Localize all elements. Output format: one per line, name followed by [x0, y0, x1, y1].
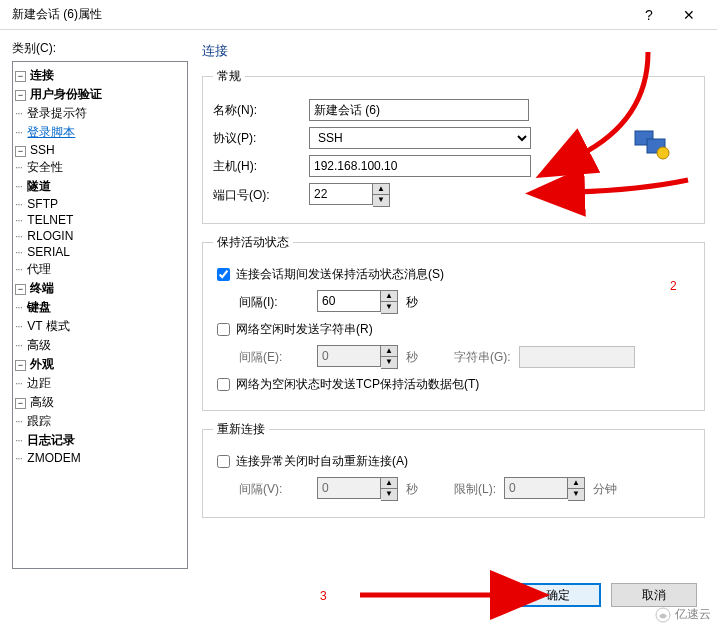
tree-item-label[interactable]: 跟踪 — [25, 413, 53, 430]
tree-leaf-icon: ··· — [15, 300, 22, 314]
limit-label: 限制(L): — [454, 481, 496, 498]
port-input[interactable] — [309, 183, 373, 205]
tree-item[interactable]: ··· 登录提示符 — [15, 104, 185, 123]
tree-item[interactable]: ··· VT 模式 — [15, 317, 185, 336]
tree-item[interactable]: ··· RLOGIN — [15, 228, 185, 244]
host-input[interactable] — [309, 155, 531, 177]
tree-item-label[interactable]: RLOGIN — [25, 229, 75, 243]
tree-item-label[interactable]: 日志记录 — [25, 432, 77, 449]
tree-toggle-icon[interactable]: − — [15, 398, 26, 409]
category-tree[interactable]: −连接−用户身份验证··· 登录提示符··· 登录脚本−SSH··· 安全性··… — [12, 61, 188, 569]
tree-item[interactable]: ··· 边距 — [15, 374, 185, 393]
reconnect-group: 重新连接 连接异常关闭时自动重新连接(A) 间隔(V): ▲▼ 秒 限制(L):… — [202, 421, 705, 518]
send-string-checkbox[interactable] — [217, 323, 230, 336]
spin-down-icon: ▼ — [568, 489, 584, 500]
annotation-3: 3 — [320, 589, 327, 603]
name-input[interactable] — [309, 99, 529, 121]
tree-item[interactable]: ··· 日志记录 — [15, 431, 185, 450]
tree-item[interactable]: −SSH — [15, 142, 185, 158]
tree-item-label[interactable]: 隧道 — [25, 178, 53, 195]
tree-item[interactable]: ··· ZMODEM — [15, 450, 185, 466]
tree-leaf-icon: ··· — [15, 262, 22, 276]
interval-i-input[interactable] — [317, 290, 381, 312]
tree-item[interactable]: ··· 代理 — [15, 260, 185, 279]
tree-item[interactable]: ··· 隧道 — [15, 177, 185, 196]
keepalive-legend: 保持活动状态 — [213, 234, 293, 251]
tree-item-label[interactable]: 安全性 — [25, 159, 65, 176]
tcp-keepalive-checkbox[interactable] — [217, 378, 230, 391]
tree-item-label[interactable]: 代理 — [25, 261, 53, 278]
tree-item-label[interactable]: 高级 — [28, 394, 56, 411]
tree-item-label[interactable]: SSH — [28, 143, 57, 157]
tree-leaf-icon: ··· — [15, 125, 22, 139]
tree-item[interactable]: ··· 高级 — [15, 336, 185, 355]
tree-item-label[interactable]: 连接 — [28, 67, 56, 84]
limit-input — [504, 477, 568, 499]
titlebar: 新建会话 (6)属性 ? ✕ — [0, 0, 717, 30]
tree-leaf-icon: ··· — [15, 160, 22, 174]
tree-item-label[interactable]: SFTP — [25, 197, 60, 211]
tree-toggle-icon[interactable]: − — [15, 360, 26, 371]
help-button[interactable]: ? — [629, 7, 669, 23]
tree-item[interactable]: −用户身份验证 — [15, 85, 185, 104]
limit-spinner: ▲▼ — [504, 477, 585, 501]
tree-item-label[interactable]: ZMODEM — [25, 451, 82, 465]
spin-down-icon: ▼ — [381, 357, 397, 368]
tree-item[interactable]: −外观 — [15, 355, 185, 374]
interval-i-spinner[interactable]: ▲▼ — [317, 290, 398, 314]
tree-item[interactable]: ··· 跟踪 — [15, 412, 185, 431]
tree-toggle-icon[interactable]: − — [15, 146, 26, 157]
panel-title: 连接 — [202, 42, 705, 60]
tree-item-label[interactable]: 外观 — [28, 356, 56, 373]
tree-item-label[interactable]: 终端 — [28, 280, 56, 297]
auto-reconnect-checkbox[interactable] — [217, 455, 230, 468]
tree-item[interactable]: ··· 登录脚本 — [15, 123, 185, 142]
tree-item-label[interactable]: 登录脚本 — [25, 124, 77, 141]
tree-toggle-icon[interactable]: − — [15, 90, 26, 101]
keepalive-group: 保持活动状态 连接会话期间发送保持活动状态消息(S) 间隔(I): ▲▼ 秒 网… — [202, 234, 705, 411]
tree-item-label[interactable]: 边距 — [25, 375, 53, 392]
spin-down-icon[interactable]: ▼ — [381, 302, 397, 313]
interval-i-label: 间隔(I): — [239, 294, 317, 311]
tree-item[interactable]: −连接 — [15, 66, 185, 85]
send-msg-checkbox[interactable] — [217, 268, 230, 281]
tree-item-label[interactable]: 高级 — [25, 337, 53, 354]
tree-item[interactable]: ··· SFTP — [15, 196, 185, 212]
connection-icon — [633, 125, 673, 164]
tree-item[interactable]: −高级 — [15, 393, 185, 412]
tcp-keepalive-label: 网络为空闲状态时发送TCP保持活动数据包(T) — [236, 376, 479, 393]
tree-leaf-icon: ··· — [15, 245, 22, 259]
general-group: 常规 名称(N): 协议(P): SSH 主机(H): 端口号(O): ▲▼ — [202, 68, 705, 224]
tree-item-label[interactable]: SERIAL — [25, 245, 72, 259]
auto-reconnect-label: 连接异常关闭时自动重新连接(A) — [236, 453, 408, 470]
tree-item-label[interactable]: TELNET — [25, 213, 75, 227]
tree-item-label[interactable]: 用户身份验证 — [28, 86, 104, 103]
spin-up-icon: ▲ — [381, 346, 397, 357]
tree-item-label[interactable]: VT 模式 — [25, 318, 71, 335]
tree-item-label[interactable]: 登录提示符 — [25, 105, 89, 122]
host-label: 主机(H): — [213, 158, 309, 175]
general-legend: 常规 — [213, 68, 245, 85]
tree-leaf-icon: ··· — [15, 319, 22, 333]
watermark: 亿速云 — [655, 606, 711, 623]
ok-button[interactable]: 确定 — [515, 583, 601, 607]
close-button[interactable]: ✕ — [669, 7, 709, 23]
sec-unit: 秒 — [406, 294, 418, 311]
port-down-icon[interactable]: ▼ — [373, 195, 389, 206]
port-spinner[interactable]: ▲▼ — [309, 183, 390, 207]
port-up-icon[interactable]: ▲ — [373, 184, 389, 195]
tree-item[interactable]: ··· 键盘 — [15, 298, 185, 317]
tree-toggle-icon[interactable]: − — [15, 71, 26, 82]
tree-item[interactable]: ··· TELNET — [15, 212, 185, 228]
tree-item[interactable]: ··· 安全性 — [15, 158, 185, 177]
tree-leaf-icon: ··· — [15, 179, 22, 193]
interval-v-input — [317, 477, 381, 499]
tree-leaf-icon: ··· — [15, 433, 22, 447]
tree-item-label[interactable]: 键盘 — [25, 299, 53, 316]
tree-item[interactable]: ··· SERIAL — [15, 244, 185, 260]
tree-toggle-icon[interactable]: − — [15, 284, 26, 295]
tree-item[interactable]: −终端 — [15, 279, 185, 298]
protocol-select[interactable]: SSH — [309, 127, 531, 149]
cancel-button[interactable]: 取消 — [611, 583, 697, 607]
spin-up-icon[interactable]: ▲ — [381, 291, 397, 302]
